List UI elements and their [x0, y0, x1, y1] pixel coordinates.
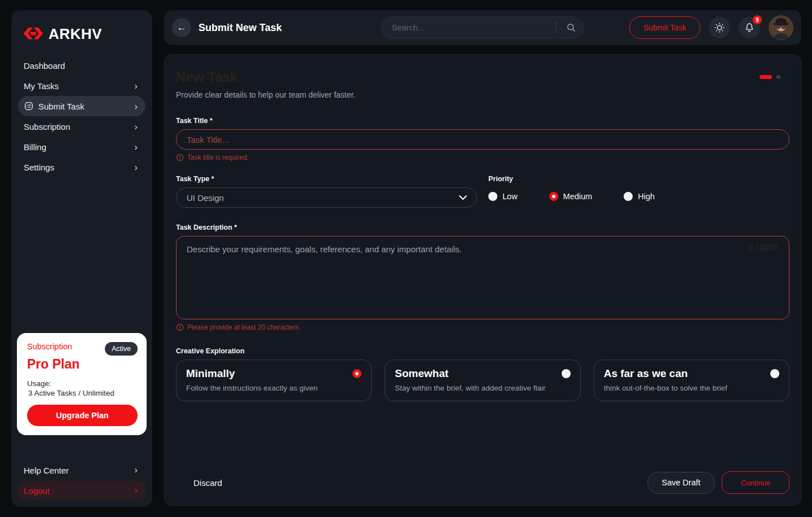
discard-button[interactable]: Discard	[193, 478, 222, 488]
sidebar-item-submit-task[interactable]: Submit Task ›	[18, 96, 145, 116]
step-progress	[760, 75, 780, 79]
task-type-select[interactable]: UI Design	[176, 187, 477, 208]
logout-button[interactable]: Logout ›	[17, 481, 147, 500]
brand-logo-icon	[23, 26, 44, 42]
progress-step	[776, 75, 780, 79]
sidebar-item-subscription[interactable]: Subscription ›	[18, 116, 145, 137]
task-title-input[interactable]	[176, 129, 789, 150]
creative-exploration-options: Minimally Follow the instructions exactl…	[176, 360, 789, 401]
save-draft-button[interactable]: Save Draft	[647, 472, 716, 494]
search-divider	[556, 22, 557, 33]
task-description-input[interactable]	[176, 236, 789, 319]
task-type-label: Task Type *	[176, 175, 477, 183]
sidebar-item-label: Dashboard	[24, 61, 65, 71]
plan-name: Pro Plan	[27, 357, 138, 372]
status-badge: Active	[105, 342, 138, 356]
usage-value: 3 Active Tasks / Unlimited	[27, 389, 138, 397]
chevron-right-icon: ›	[134, 81, 138, 91]
radio-selected-icon	[549, 192, 558, 201]
creative-exploration-label: Creative Exploration	[176, 347, 789, 355]
brand-logo[interactable]: ARKHV	[11, 10, 152, 45]
submit-task-button[interactable]: Submit Task	[629, 16, 700, 39]
sun-icon	[713, 21, 726, 34]
priority-option-medium[interactable]: Medium	[549, 192, 593, 201]
task-description-label: Task Description *	[176, 224, 789, 231]
error-text: Please provide at least 20 characters.	[187, 323, 301, 331]
sidebar-item-label: My Tasks	[24, 81, 59, 91]
priority-label: Priority	[488, 175, 655, 183]
character-counter: 0 / 1000	[748, 243, 777, 252]
page-title: Submit New Task	[198, 22, 282, 34]
sidebar: ARKHV Dashboard My Tasks ›	[11, 10, 152, 507]
subscription-card: Subscription Active Pro Plan Usage: 3 Ac…	[17, 333, 147, 435]
back-button[interactable]: ←	[172, 18, 191, 37]
upgrade-plan-button[interactable]: Upgrade Plan	[27, 405, 138, 426]
brand-name: ARKHV	[48, 25, 102, 43]
bell-icon	[744, 22, 755, 33]
task-list-icon	[24, 101, 34, 111]
help-center-label: Help Center	[24, 466, 69, 475]
chevron-right-icon: ›	[134, 485, 138, 496]
creative-option-minimally[interactable]: Minimally Follow the instructions exactl…	[176, 360, 372, 401]
sidebar-footer: Help Center › Logout ›	[17, 461, 147, 500]
subscription-eyebrow: Subscription	[27, 342, 72, 351]
theme-toggle-button[interactable]	[709, 17, 730, 38]
error-text: Task title is required.	[187, 154, 249, 161]
sidebar-item-billing[interactable]: Billing ›	[18, 137, 145, 157]
notifications-button[interactable]: 9	[739, 17, 760, 38]
task-description-error: Please provide at least 20 characters.	[176, 323, 789, 331]
form-footer: Discard Save Draft Continue	[176, 471, 789, 494]
avatar[interactable]	[769, 15, 793, 40]
sidebar-item-settings[interactable]: Settings ›	[18, 157, 145, 177]
task-title-error: Task title is required.	[176, 154, 789, 161]
search-bar	[381, 16, 584, 39]
task-type-value: UI Design	[187, 193, 224, 203]
priority-option-low[interactable]: Low	[488, 192, 518, 201]
continue-button[interactable]: Continue	[722, 471, 789, 494]
priority-options: Low Medium High	[488, 192, 655, 201]
sidebar-item-label: Subscription	[24, 122, 70, 132]
chevron-down-icon	[458, 195, 467, 200]
sidebar-item-label: Submit Task	[38, 102, 84, 111]
search-icon[interactable]	[562, 22, 580, 33]
chevron-right-icon: ›	[134, 142, 138, 152]
notification-badge: 9	[753, 15, 762, 24]
sidebar-item-help-center[interactable]: Help Center ›	[17, 461, 147, 480]
sidebar-nav: Dashboard My Tasks › Submit Task ›	[11, 55, 152, 177]
chevron-right-icon: ›	[134, 122, 138, 132]
chevron-right-icon: ›	[134, 163, 138, 172]
task-form-card: New Task Provide clear details to help o…	[164, 54, 801, 506]
task-title-label: Task Title *	[176, 117, 789, 125]
form-title: New Task	[176, 69, 789, 85]
sidebar-item-dashboard[interactable]: Dashboard	[18, 55, 145, 76]
radio-icon	[562, 369, 571, 378]
radio-icon	[624, 192, 633, 201]
priority-option-high[interactable]: High	[624, 192, 655, 201]
logout-label: Logout	[24, 486, 50, 496]
alert-icon	[176, 154, 184, 161]
form-subtitle: Provide clear details to help our team d…	[176, 90, 789, 99]
creative-option-as-far-as-we-can[interactable]: As far as we can think out-of-the-box to…	[594, 360, 789, 401]
usage-label: Usage:	[27, 379, 138, 389]
radio-icon	[488, 192, 497, 201]
sidebar-item-label: Settings	[24, 163, 54, 172]
alert-icon	[176, 323, 184, 331]
radio-icon	[770, 369, 779, 378]
back-arrow-icon: ←	[177, 22, 187, 33]
header: ← Submit New Task Submit Task	[164, 10, 801, 45]
sidebar-item-my-tasks[interactable]: My Tasks ›	[18, 76, 145, 96]
search-input[interactable]	[392, 23, 550, 32]
radio-selected-icon	[352, 369, 361, 378]
creative-option-somewhat[interactable]: Somewhat Stay within the brief, with add…	[385, 360, 580, 401]
chevron-right-icon: ›	[134, 465, 138, 476]
progress-step-active	[760, 75, 772, 79]
sidebar-item-label: Billing	[24, 142, 46, 152]
app-root: ARKHV Dashboard My Tasks ›	[0, 0, 812, 517]
chevron-right-icon: ›	[134, 102, 138, 111]
header-actions: Submit Task 9	[629, 15, 793, 40]
